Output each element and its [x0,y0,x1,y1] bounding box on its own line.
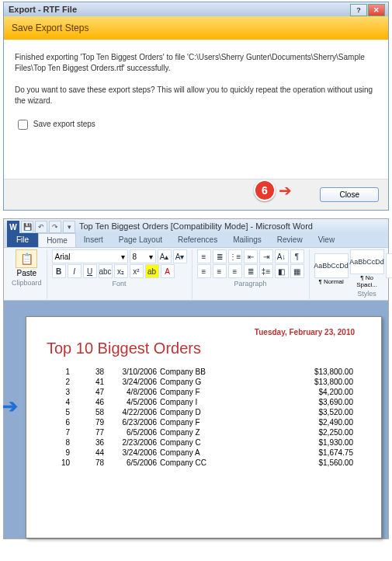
dialog-footer: 6 ➔ Close [4,179,388,210]
cell-amount: $1,560.00 [265,458,355,468]
help-icon[interactable]: ? [350,4,367,16]
cell-id: 38 [71,367,106,377]
align-center-icon[interactable]: ≡ [213,264,227,278]
dialog-title-text: Export - RTF File [9,5,77,14]
style-heading[interactable]: AaE Headin [386,253,392,285]
cell-company: Company CC [158,458,265,468]
cell-id: 47 [71,387,106,397]
show-marks-icon[interactable]: ¶ [290,249,304,263]
cell-date: 4/22/2006 [106,407,158,417]
style-preview: AaBbCcDd [314,253,349,278]
line-spacing-icon[interactable]: ‡≡ [259,264,273,278]
cell-id: 77 [71,427,106,437]
justify-icon[interactable]: ≣ [244,264,258,278]
highlight-icon[interactable]: ab [145,264,159,278]
cell-amount: $1,674.75 [265,448,355,458]
tab-view[interactable]: View [310,233,343,247]
tab-insert[interactable]: Insert [76,233,111,247]
doc-date: Tuesday, February 23, 2010 [47,328,355,336]
cell-rank: 1 [47,367,71,377]
group-clipboard: 📋 Paste Clipboard [7,249,47,299]
cell-id: 44 [71,448,106,458]
paste-label: Paste [16,269,36,277]
tab-file[interactable]: File [7,233,38,247]
bold-icon[interactable]: B [52,264,66,278]
shrink-font-icon[interactable]: A▾ [173,249,187,263]
window-buttons: ? ✕ [350,4,385,16]
bullets-icon[interactable]: ≡ [197,249,211,263]
cell-rank: 7 [47,427,71,437]
numbering-icon[interactable]: ≣ [213,249,227,263]
cell-rank: 2 [47,377,71,387]
dialog-message-2: Do you want to save these export steps? … [15,85,377,106]
undo-icon[interactable]: ↶ [35,221,47,233]
close-icon[interactable]: ✕ [368,4,385,16]
cell-rank: 9 [47,448,71,458]
style-normal[interactable]: AaBbCcDd ¶ Normal [314,253,349,285]
superscript-icon[interactable]: x² [130,264,144,278]
redo-icon[interactable]: ↷ [49,221,61,233]
paste-button[interactable]: 📋 Paste [12,249,42,277]
cell-company: Company F [158,417,265,427]
style-name: ¶ No Spaci... [350,274,384,288]
align-right-icon[interactable]: ≡ [228,264,242,278]
italic-icon[interactable]: I [68,264,82,278]
borders-icon[interactable]: ▦ [290,264,304,278]
document-area: ➔ Tuesday, February 23, 2010 Top 10 Bigg… [4,301,388,538]
doc-title: Top 10 Biggest Orders [47,340,355,357]
table-row: 3474/8/2006Company F$4,200.00 [47,387,355,397]
font-size-value: 8 [133,253,137,261]
document-page: Tuesday, February 23, 2010 Top 10 Bigges… [26,316,382,538]
cell-amount: $4,200.00 [265,387,355,397]
align-left-icon[interactable]: ≡ [197,264,211,278]
subscript-icon[interactable]: x₂ [114,264,128,278]
font-name-combo[interactable]: Arial▾ [52,249,128,263]
cell-amount: $3,690.00 [265,397,355,407]
font-size-combo[interactable]: 8▾ [130,249,156,263]
blue-arrow-icon: ➔ [2,395,18,417]
dialog-titlebar: Export - RTF File ? ✕ [4,2,388,16]
cell-id: 58 [71,407,106,417]
save-icon[interactable]: 💾 [21,221,33,233]
group-font-label: Font [52,280,187,287]
font-color-icon[interactable]: A [161,264,175,278]
cell-rank: 3 [47,387,71,397]
group-paragraph: ≡ ≣ ⋮≡ ⇤ ⇥ A↓ ¶ ≡ ≡ ≡ ≣ ‡≡ ◧ ▦ [193,249,310,299]
cell-rank: 4 [47,397,71,407]
multilevel-icon[interactable]: ⋮≡ [228,249,242,263]
cell-date: 3/24/2006 [106,377,158,387]
cell-amount: $13,800.00 [265,377,355,387]
indent-icon[interactable]: ⇥ [259,249,273,263]
group-styles: AaBbCcDd ¶ Normal AaBbCcDd ¶ No Spaci...… [310,249,392,299]
cell-rank: 8 [47,437,71,448]
shading-icon[interactable]: ◧ [275,264,289,278]
group-font: Arial▾ 8▾ A▴ A▾ B I U abc x₂ x² ab A Fon… [47,249,193,299]
outdent-icon[interactable]: ⇤ [244,249,258,263]
style-preview: AaE [386,253,392,278]
tab-home[interactable]: Home [38,233,76,247]
style-preview: AaBbCcDd [350,249,384,274]
style-name: ¶ Normal [314,278,349,285]
orders-table: 1383/10/2006Company BB$13,800.002413/24/… [47,367,355,468]
strike-icon[interactable]: abc [99,264,113,278]
table-row: 10786/5/2006Company CC$1,560.00 [47,458,355,468]
style-no-spacing[interactable]: AaBbCcDd ¶ No Spaci... [350,249,384,288]
tab-references[interactable]: References [170,233,225,247]
table-row: 5584/22/2006Company D$3,520.00 [47,407,355,417]
underline-icon[interactable]: U [83,264,97,278]
tab-page-layout[interactable]: Page Layout [111,233,170,247]
ribbon: 📋 Paste Clipboard Arial▾ 8▾ A▴ A▾ B I U … [4,247,388,301]
qat-dropdown-icon[interactable]: ▾ [63,221,75,233]
tab-review[interactable]: Review [269,233,310,247]
cell-company: Company I [158,397,265,407]
sort-icon[interactable]: A↓ [275,249,289,263]
table-row: 1383/10/2006Company BB$13,800.00 [47,367,355,377]
tab-mailings[interactable]: Mailings [225,233,269,247]
cell-amount: $2,490.00 [265,417,355,427]
save-steps-checkbox[interactable] [18,120,28,130]
grow-font-icon[interactable]: A▴ [158,249,172,263]
dialog-banner: Save Export Steps [4,16,388,40]
cell-id: 79 [71,417,106,427]
cell-company: Company G [158,377,265,387]
close-button[interactable]: Close [320,187,379,202]
